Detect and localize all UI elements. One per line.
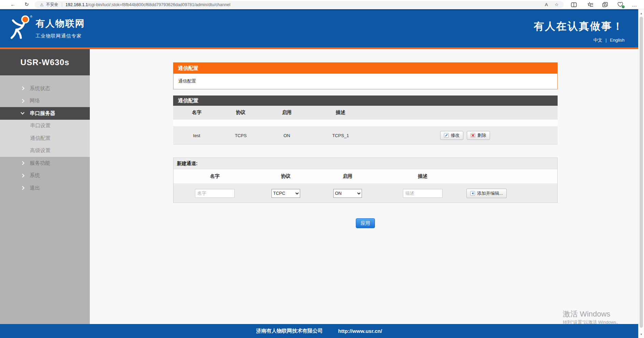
lang-zh-link[interactable]: 中文: [593, 38, 602, 43]
chevron-down-icon: [20, 111, 24, 115]
lang-separator: |: [605, 38, 606, 43]
protocol-select[interactable]: TCPC: [271, 189, 300, 198]
collections-icon[interactable]: [600, 1, 610, 9]
sidebar-item-serial-server[interactable]: 串口服务器: [0, 107, 90, 120]
enable-select[interactable]: ON: [333, 189, 362, 198]
col-protocol: 协议: [256, 173, 316, 179]
browser-toolbar: ← ↻ ⚠ 不安全 192.168.1.1/cgi-bin/luci/;stok…: [0, 0, 644, 9]
add-edit-button[interactable]: 添加并编辑...: [466, 189, 507, 198]
col-enabled: 启用: [261, 109, 312, 116]
col-enabled: 启用: [316, 173, 380, 179]
brand-title: 有人物联网: [36, 17, 85, 30]
page-title: 通信配置: [173, 62, 558, 74]
new-channel-header-row: 名字 协议 启用 描述: [173, 169, 557, 184]
address-bar[interactable]: ⚠ 不安全 192.168.1.1/cgi-bin/luci/;stok=f8f…: [34, 1, 564, 8]
url-text[interactable]: 192.168.1.1/cgi-bin/luci/;stok=f8fb44b80…: [66, 2, 541, 7]
sidebar-item-label: 退出: [30, 185, 40, 191]
col-description: 描述: [380, 173, 466, 179]
add-edit-button-label: 添加并编辑...: [477, 190, 503, 196]
sidebar-nav: USR-W630s 系统状态 网络 串口服务器 串口设置 通信配置 高级设置 服…: [0, 49, 90, 324]
browser-window: ← ↻ ⚠ 不安全 192.168.1.1/cgi-bin/luci/;stok…: [0, 0, 644, 338]
url-path: /cgi-bin/luci/;stok=f8fb44b800cf68dd7979…: [88, 2, 230, 7]
col-name: 名字: [173, 109, 220, 116]
col-protocol: 协议: [220, 109, 261, 116]
cell-protocol: TCPS: [220, 133, 261, 138]
sidebar-item-system[interactable]: 系统: [0, 170, 90, 182]
essentials-check-badge: ✓: [622, 5, 625, 8]
sidebar-item-system-status[interactable]: 系统状态: [0, 82, 90, 95]
sidebar-item-service-function[interactable]: 服务功能: [0, 157, 90, 170]
col-description: 描述: [312, 109, 369, 116]
sidebar-item-comm-config[interactable]: 通信配置: [0, 132, 90, 145]
split-screen-icon[interactable]: [569, 1, 579, 9]
footer-website-link[interactable]: http://www.usr.cn/: [338, 328, 382, 334]
usr-logo-icon: ®: [9, 15, 33, 43]
sidebar-item-label: 网络: [30, 98, 40, 104]
sidebar-item-label: 高级设置: [30, 147, 51, 154]
sidebar-item-label: 串口服务器: [30, 110, 55, 117]
security-label[interactable]: 不安全: [46, 2, 58, 8]
settings-more-icon[interactable]: …: [629, 1, 640, 9]
cell-actions: 修改 删除: [369, 131, 558, 140]
description-input[interactable]: [403, 189, 443, 198]
page-footer: 济南有人物联网技术有限公司 http://www.usr.cn/: [0, 324, 638, 338]
footer-company: 济南有人物联网技术有限公司: [256, 328, 323, 334]
scrollbar-thumb[interactable]: [640, 17, 643, 328]
scroll-down-icon[interactable]: ▼: [639, 333, 644, 336]
name-input[interactable]: [195, 189, 235, 198]
new-channel-title: 新建通道:: [173, 158, 557, 169]
cell-description: TCPS_1: [312, 133, 369, 138]
sidebar-item-logout[interactable]: 退出: [0, 182, 90, 194]
table-empty-row: [173, 119, 558, 127]
back-icon[interactable]: ←: [9, 0, 17, 9]
warning-icon: ⚠: [40, 2, 44, 7]
vertical-scrollbar[interactable]: ▲ ▼: [638, 9, 644, 338]
col-name: 名字: [173, 173, 256, 179]
menu-spacer: [0, 75, 90, 82]
registered-mark: ®: [30, 15, 32, 18]
browser-essentials-icon[interactable]: ✓: [615, 1, 625, 9]
add-edit-icon: [470, 191, 475, 196]
new-channel-box: 新建通道: 名字 协议 启用 描述 TCPC ON 添加并编辑...: [173, 158, 558, 203]
delete-button-label: 删除: [477, 132, 486, 138]
sidebar-item-serial-settings[interactable]: 串口设置: [0, 120, 90, 132]
sidebar-item-label: 通信配置: [30, 135, 51, 142]
chevron-right-icon: [20, 161, 24, 165]
edit-pencil-icon: [444, 133, 449, 138]
refresh-icon[interactable]: ↻: [23, 0, 31, 9]
sidebar-item-advanced-settings[interactable]: 高级设置: [0, 145, 90, 157]
edit-button[interactable]: 修改: [440, 131, 463, 140]
url-host: 192.168.1.1: [66, 2, 88, 7]
favorite-star-icon[interactable]: ☆: [551, 2, 562, 7]
language-switch: 中文 | English: [593, 37, 625, 43]
sidebar-item-label: 服务功能: [30, 160, 50, 166]
apply-button[interactable]: 应用: [356, 218, 375, 228]
delete-button[interactable]: 删除: [467, 131, 490, 140]
brand-block: 有人物联网 工业物联网通信专家: [36, 17, 85, 39]
read-aloud-icon[interactable]: A: [541, 2, 551, 7]
brand-subtitle: 工业物联网通信专家: [36, 33, 85, 39]
table-header-row: 名字 协议 启用 描述: [173, 106, 558, 119]
chevron-right-icon: [20, 174, 24, 177]
new-channel-input-row: TCPC ON 添加并编辑...: [173, 184, 557, 203]
watermark-line1: 激活 Windows: [563, 309, 621, 319]
site-header: ® 有人物联网 工业物联网通信专家 有人在认真做事！ 中文 | English: [0, 9, 638, 47]
edit-button-label: 修改: [451, 132, 460, 138]
device-model: USR-W630s: [0, 49, 90, 75]
table-title: 通信配置: [173, 95, 558, 106]
table-row: test TCPS ON TCPS_1 修改 删除: [173, 127, 558, 145]
windows-activation-watermark: 激活 Windows 转到"设置"以激活 Windows。: [563, 309, 621, 325]
page-subtitle-box: 通信配置: [173, 74, 558, 89]
chevron-right-icon: [20, 87, 24, 90]
sidebar-item-label: 串口设置: [30, 122, 51, 129]
cell-enabled: ON: [261, 133, 312, 138]
channel-table: 通信配置 名字 协议 启用 描述 test TCPS ON TCPS_1 修改: [173, 95, 558, 145]
delete-x-icon: [471, 133, 475, 138]
favorites-list-icon[interactable]: [585, 1, 596, 9]
scroll-up-icon[interactable]: ▲: [639, 12, 644, 15]
sidebar-item-network[interactable]: 网络: [0, 95, 90, 107]
sidebar-item-label: 系统状态: [30, 85, 50, 92]
header-slogan: 有人在认真做事！: [534, 19, 624, 33]
address-divider: [62, 2, 62, 7]
lang-en-link[interactable]: English: [610, 38, 625, 43]
